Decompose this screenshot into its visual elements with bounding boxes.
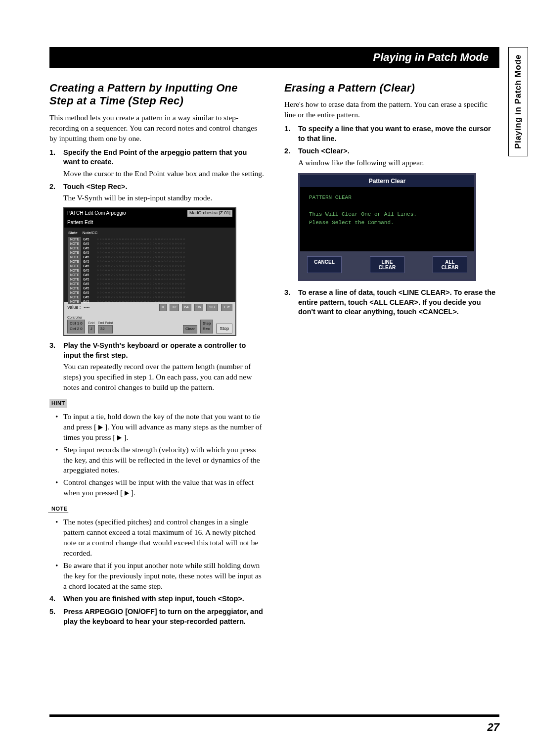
ss2-line2: This Will Clear One or All Lines. [309,211,465,218]
ss1-title-left: PATCH Edit Com Arpeggio [67,210,126,217]
line-clear-button[interactable]: LINE CLEAR [370,256,404,273]
grid-row: NOTEG#5○○○○○○○○○○○○○○○○○○○○○○○○○○○○○○○○ [66,295,233,299]
play-icon [117,435,122,440]
step-5: 5. Press ARPEGGIO [ON/OFF] to turn on th… [49,607,265,626]
left-column: Creating a Pattern by Inputting One Step… [49,82,265,626]
content-columns: Creating a Pattern by Inputting One Step… [49,82,499,626]
row-note: G#5 [83,250,95,255]
grid-val: J [88,325,95,333]
row-dots: ○○○○○○○○○○○○○○○○○○○○○○○○○○○○○○○○ [97,237,231,241]
row-dots: ○○○○○○○○○○○○○○○○○○○○○○○○○○○○○○○○ [97,282,231,286]
page-number: 27 [488,721,499,734]
step-num: 4. [49,594,58,604]
val-btn[interactable]: 32 [170,304,179,311]
grid-row: NOTEG#5○○○○○○○○○○○○○○○○○○○○○○○○○○○○○○○○ [66,282,233,286]
all-clear-button[interactable]: ALL CLEAR [433,256,467,273]
grid-row: NOTEG#5○○○○○○○○○○○○○○○○○○○○○○○○○○○○○○○○ [66,277,233,282]
controller-label: Controller [67,315,85,320]
hint-item: Control changes will be input with the v… [63,477,265,498]
row-state: NOTE [68,295,81,299]
ss1-subtitle: Pattern Edit [64,218,235,228]
thumb-index-label: Playing in Patch Mode [513,54,523,149]
left-intro: This method lets you create a pattern in… [49,113,265,144]
step-title: Play the V-Synth's keyboard or operate a… [63,341,265,360]
left-steps: 1. Specify the End Point of the arpeggio… [49,148,265,393]
right-intro: Here's how to erase data from the patter… [284,99,499,120]
ss2-button-row: CANCEL LINE CLEAR ALL CLEAR [300,251,474,279]
step-1: 1. Specify the End Point of the arpeggio… [49,148,265,179]
ss2-line3: Please Select the Command. [309,219,465,227]
grid-row: NOTEG#5○○○○○○○○○○○○○○○○○○○○○○○○○○○○○○○○ [66,241,233,246]
value-label: Value : [67,304,81,310]
val-btn[interactable]: 64 [182,304,191,311]
note-label: NOTE [49,504,70,513]
step-body: You can repeatedly record over the patte… [49,362,265,393]
steprec-btn[interactable]: Step Rec [200,320,213,333]
row-state: NOTE [68,246,81,250]
note-item: Be aware that if you input another note … [63,561,265,592]
val-btn[interactable]: 96 [194,304,204,311]
step-4: 4. When you are finished with step input… [49,594,265,604]
stop-btn[interactable]: Stop [216,324,232,333]
step-num: 3. [284,288,293,317]
step-2: 2. Touch <Step Rec>. The V-Synth will be… [49,182,265,336]
row-state: NOTE [68,241,81,246]
r-step-2: 2. Touch <Clear>. A window like the foll… [284,146,499,281]
play-icon [98,425,103,430]
hint-list: To input a tie, hold down the key of the… [49,412,265,498]
ctrl2: Ctrl 2 0 [70,327,83,332]
step-num: 1. [284,124,293,143]
row-note: G#5 [83,286,95,290]
hint-item: To input a tie, hold down the key of the… [63,412,265,443]
left-heading: Creating a Pattern by Inputting One Step… [49,82,265,108]
row-state: NOTE [68,264,81,268]
grid-row: NOTEG#5○○○○○○○○○○○○○○○○○○○○○○○○○○○○○○○○ [66,250,233,255]
gridhead-note: Note/CC [83,231,98,236]
row-state: NOTE [68,290,81,295]
controller-panel: Ctrl 1 0 Ctrl 2 0 [67,320,85,333]
row-note: G#5 [83,246,95,250]
grid-label: Grid [88,321,95,325]
row-note: G#5 [83,241,95,246]
cancel-button[interactable]: CANCEL [307,256,342,273]
left-steps-cont: 4. When you are finished with step input… [49,594,265,626]
page-header: Playing in Patch Mode [49,47,499,68]
row-note: G#5 [83,264,95,268]
grid-row: NOTEG#5○○○○○○○○○○○○○○○○○○○○○○○○○○○○○○○○ [66,246,233,250]
row-state: NOTE [68,255,81,259]
note-item: The notes (specified pitches) and contro… [63,517,265,559]
value-dashes: ---- [84,304,89,310]
row-state: NOTE [68,282,81,286]
row-dots: ○○○○○○○○○○○○○○○○○○○○○○○○○○○○○○○○ [97,286,231,290]
grid-row: NOTEG#5○○○○○○○○○○○○○○○○○○○○○○○○○○○○○○○○ [66,268,233,273]
row-dots: ○○○○○○○○○○○○○○○○○○○○○○○○○○○○○○○○ [97,241,231,246]
row-dots: ○○○○○○○○○○○○○○○○○○○○○○○○○○○○○○○○ [97,299,231,304]
row-state: NOTE [68,286,81,290]
step-title: When you are finished with step input, t… [63,594,265,604]
val-btn[interactable]: 0 [159,304,166,311]
play-icon [125,491,129,496]
step-title: Touch <Step Rec>. [63,182,265,192]
row-note: G#5 [83,268,95,273]
r-step-3: 3. To erase a line of data, touch <LINE … [284,288,499,317]
row-dots: ○○○○○○○○○○○○○○○○○○○○○○○○○○○○○○○○ [97,273,231,277]
grid-row: NOTEG#5○○○○○○○○○○○○○○○○○○○○○○○○○○○○○○○○ [66,237,233,241]
ss2-line1: PATTERN CLEAR [309,194,465,201]
row-note: G#5 [83,290,95,295]
clear-btn[interactable]: Clear [183,325,197,333]
val-btn[interactable]: 127 [206,304,218,311]
row-note: G#5 [83,259,95,264]
row-state: NOTE [68,259,81,264]
right-heading: Erasing a Pattern (Clear) [284,82,499,94]
step-num: 5. [49,607,58,626]
row-note: G#5 [83,273,95,277]
step-num: 2. [49,182,58,192]
val-btn[interactable]: T ie [221,304,232,311]
ss2-title: Pattern Clear [300,175,474,187]
page-header-title: Playing in Patch Mode [373,51,489,64]
gridhead-state: State [68,231,78,236]
row-dots: ○○○○○○○○○○○○○○○○○○○○○○○○○○○○○○○○ [97,295,231,299]
row-dots: ○○○○○○○○○○○○○○○○○○○○○○○○○○○○○○○○ [97,246,231,250]
right-steps: 1. To specify a line that you want to er… [284,124,499,317]
ctrl1: Ctrl 1 0 [70,321,83,327]
